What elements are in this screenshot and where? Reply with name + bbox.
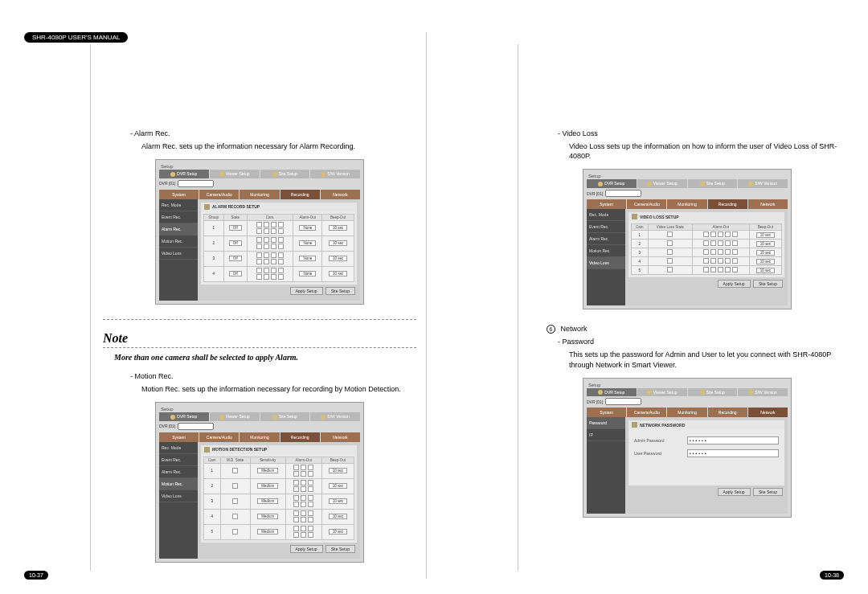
page-divider bbox=[426, 32, 427, 579]
table-row: 1OffNone10 sec bbox=[204, 220, 354, 236]
side-video-loss: Video Loss bbox=[159, 248, 198, 260]
side-motion-rec: Motion Rec. bbox=[159, 478, 198, 490]
alarm-rec-screenshot: Setup DVR Setup Viewer Setup Site Setup … bbox=[155, 159, 364, 305]
table-row: 510 sec bbox=[632, 266, 782, 275]
subtab-network: Network bbox=[748, 408, 788, 417]
table-row: 3Medium10 sec bbox=[204, 494, 354, 509]
table-row: 1Medium10 sec bbox=[204, 463, 354, 478]
tab-sw-version: S/W Version bbox=[310, 170, 360, 178]
table-row: 2Medium10 sec bbox=[204, 478, 354, 494]
subtab-monitoring: Monitoring bbox=[240, 190, 279, 199]
subtab-network: Network bbox=[321, 432, 360, 442]
panel-icon bbox=[204, 204, 210, 210]
window-title: Setup bbox=[159, 406, 360, 412]
note-body: More than one camera shall be selected t… bbox=[114, 353, 416, 362]
video-loss-table: Cam Video Loss State Alarm-Out Beep-Out … bbox=[631, 223, 782, 275]
dvr-select-dropdown bbox=[178, 423, 214, 430]
subtab-recording: Recording bbox=[280, 190, 320, 199]
tab-sw-version: S/W Version bbox=[738, 179, 788, 188]
note-heading: Note bbox=[103, 331, 416, 346]
site-setup-button: Site Setup bbox=[326, 545, 355, 553]
dotted-rule bbox=[103, 319, 416, 320]
dvr-select-label: DVR [01] bbox=[159, 181, 175, 186]
motion-rec-desc: Motion Rec. sets up the information nece… bbox=[141, 384, 416, 394]
circled-number-icon: 6 bbox=[547, 325, 555, 334]
side-motion-rec: Motion Rec. bbox=[587, 245, 625, 257]
margin-rule-left bbox=[90, 44, 91, 571]
side-event-rec: Event Rec. bbox=[587, 221, 625, 233]
network-password-screenshot: Setup DVR Setup Viewer Setup Site Setup … bbox=[583, 378, 792, 518]
side-video-loss: Video Loss bbox=[159, 490, 198, 502]
dotted-rule bbox=[103, 347, 416, 348]
subtab-camera-audio: Camera/Audio bbox=[199, 190, 239, 199]
panel-icon bbox=[632, 422, 637, 428]
panel-title: NETWORK PASSWORD bbox=[640, 423, 685, 428]
apply-setup-button: Apply Setup bbox=[290, 287, 323, 295]
table-row: 4Medium10 sec bbox=[204, 509, 354, 524]
subtab-system: System bbox=[587, 408, 626, 417]
subtab-system: System bbox=[587, 199, 626, 209]
apply-setup-button: Apply Setup bbox=[718, 488, 751, 496]
tab-viewer-setup: Viewer Setup bbox=[637, 388, 687, 397]
apply-setup-button: Apply Setup bbox=[290, 545, 323, 553]
tab-viewer-setup: Viewer Setup bbox=[210, 170, 260, 178]
manual-header: SHR-4080P USER'S MANUAL bbox=[24, 32, 128, 43]
table-row: 210 sec bbox=[632, 240, 782, 248]
page-number-right: 10-38 bbox=[820, 571, 844, 580]
motion-rec-screenshot: Setup DVR Setup Viewer Setup Site Setup … bbox=[155, 402, 364, 563]
video-loss-title: - Video Loss bbox=[558, 129, 844, 138]
subtab-monitoring: Monitoring bbox=[240, 432, 279, 442]
panel-icon bbox=[204, 447, 210, 453]
subtab-network: Network bbox=[748, 199, 788, 209]
user-password-label: User Password bbox=[634, 451, 682, 456]
table-row: 2OffNone10 sec bbox=[204, 236, 354, 251]
side-alarm-rec: Alarm Rec. bbox=[159, 223, 198, 236]
password-title: - Password bbox=[558, 337, 844, 346]
motion-rec-title: - Motion Rec. bbox=[130, 371, 416, 381]
apply-setup-button: Apply Setup bbox=[718, 280, 751, 288]
side-rec-mode: Rec. Mode bbox=[159, 199, 198, 211]
dvr-select-dropdown bbox=[605, 190, 641, 197]
motion-table: Cam M.D. State Sensitivity Alarm-Out Bee… bbox=[203, 457, 354, 540]
tab-site-setup: Site Setup bbox=[260, 412, 310, 421]
subtab-monitoring: Monitoring bbox=[667, 408, 706, 417]
side-rec-mode: Rec. Mode bbox=[159, 442, 198, 454]
panel-icon bbox=[632, 214, 637, 219]
dvr-select-label: DVR [01] bbox=[587, 399, 603, 404]
subtab-network: Network bbox=[321, 190, 360, 199]
table-row: 4OffNone10 sec bbox=[204, 266, 354, 281]
admin-password-label: Admin Password bbox=[634, 438, 682, 443]
panel-title: ALARM RECORD SETUP bbox=[212, 204, 260, 209]
window-title: Setup bbox=[159, 163, 360, 170]
panel-title: MOTION DETECTION SETUP bbox=[212, 447, 267, 452]
admin-password-field bbox=[687, 436, 779, 444]
side-ip: IP bbox=[587, 429, 625, 441]
tab-site-setup: Site Setup bbox=[688, 388, 738, 397]
tab-dvr-setup: DVR Setup bbox=[159, 170, 209, 178]
tab-viewer-setup: Viewer Setup bbox=[637, 179, 687, 188]
alarm-table: Group State Cam. Alarm-Out Beep-Out 1Off… bbox=[203, 214, 354, 282]
network-heading: 6 Network bbox=[547, 324, 844, 334]
video-loss-desc: Video Loss sets up the information on ho… bbox=[569, 141, 844, 161]
side-event-rec: Event Rec. bbox=[159, 211, 198, 223]
dvr-select-dropdown bbox=[605, 398, 641, 405]
side-password: Password bbox=[587, 417, 625, 429]
subtab-recording: Recording bbox=[708, 199, 747, 209]
dvr-select-label: DVR [01] bbox=[587, 191, 603, 196]
alarm-rec-title: - Alarm Rec. bbox=[130, 129, 416, 138]
subtab-camera-audio: Camera/Audio bbox=[627, 408, 666, 417]
page-number-left: 10-37 bbox=[24, 571, 48, 580]
side-motion-rec: Motion Rec. bbox=[159, 236, 198, 248]
subtab-system: System bbox=[159, 190, 199, 199]
tab-dvr-setup: DVR Setup bbox=[587, 179, 637, 188]
table-row: 310 sec bbox=[632, 248, 782, 257]
window-title: Setup bbox=[587, 382, 788, 388]
side-rec-mode: Rec. Mode bbox=[587, 209, 625, 221]
subtab-system: System bbox=[159, 432, 199, 442]
panel-title: VIDEO LOSS SETUP bbox=[640, 215, 679, 219]
user-password-field bbox=[687, 449, 779, 457]
side-alarm-rec: Alarm Rec. bbox=[159, 466, 198, 478]
tab-viewer-setup: Viewer Setup bbox=[210, 412, 260, 421]
margin-rule-right bbox=[518, 44, 518, 571]
subtab-recording: Recording bbox=[708, 408, 747, 417]
